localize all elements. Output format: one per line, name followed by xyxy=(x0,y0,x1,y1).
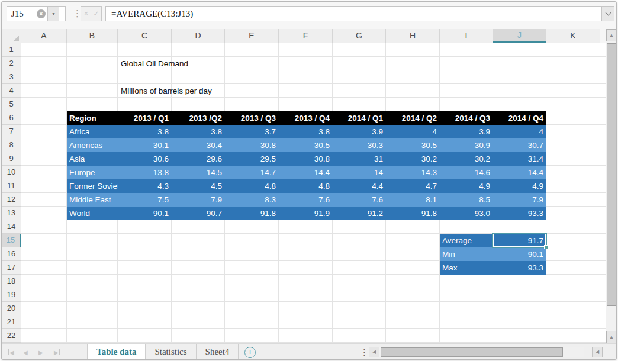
cell-value[interactable]: 3.7 xyxy=(225,125,279,138)
header-cell-2014q2[interactable]: 2014 / Q2 xyxy=(386,111,440,125)
cell-value[interactable]: 4.9 xyxy=(440,179,493,193)
column-header-f[interactable]: F xyxy=(279,29,333,43)
cell-region[interactable]: Asia xyxy=(67,152,118,166)
cell-value[interactable]: 4.8 xyxy=(279,179,333,193)
cell-value[interactable]: 4.7 xyxy=(386,179,440,193)
cell-value[interactable]: 7.6 xyxy=(333,193,386,207)
select-all-corner[interactable] xyxy=(2,29,21,43)
scroll-down-button[interactable]: ▲ xyxy=(606,331,617,343)
row-header-17[interactable]: 17 xyxy=(2,261,21,275)
cell-region[interactable]: World xyxy=(67,207,118,220)
row-header-13[interactable]: 13 xyxy=(2,207,21,220)
cell-c2-title[interactable]: Global Oil Demand xyxy=(121,57,188,70)
tab-sheet4[interactable]: Sheet4 xyxy=(197,344,239,360)
cancel-entry-button[interactable]: × xyxy=(81,7,91,21)
cell-value[interactable]: 91.9 xyxy=(279,207,333,220)
previous-sheet-button[interactable]: ◀ xyxy=(23,344,28,360)
row-header-16[interactable]: 16 xyxy=(2,247,21,261)
row-header-2[interactable]: 2 xyxy=(2,57,21,70)
cell-value[interactable]: 3.8 xyxy=(118,125,172,138)
header-cell-region[interactable]: Region xyxy=(67,111,118,125)
cell-value[interactable]: 30.4 xyxy=(172,138,225,152)
tab-table-data[interactable]: Table data xyxy=(87,344,146,360)
scroll-right-button[interactable]: ◀ xyxy=(592,347,603,357)
cell-value[interactable]: 30.9 xyxy=(440,138,493,152)
cell-value[interactable]: 30.3 xyxy=(333,138,386,152)
cell-value[interactable]: 3.9 xyxy=(440,125,493,138)
column-header-b[interactable]: B xyxy=(67,29,118,43)
cell-value[interactable]: 4.4 xyxy=(333,179,386,193)
cell-c4-subtitle[interactable]: Millions of barrels per day xyxy=(121,84,212,98)
next-sheet-button[interactable]: ▶ xyxy=(38,344,43,360)
cell-value[interactable]: 3.8 xyxy=(172,125,225,138)
cell-value[interactable]: 14.7 xyxy=(225,166,279,179)
horizontal-scrollbar-thumb[interactable] xyxy=(381,347,563,357)
cell-value[interactable]: 31.4 xyxy=(493,152,546,166)
cell-value[interactable]: 14.3 xyxy=(386,166,440,179)
cell-value[interactable]: 7.6 xyxy=(279,193,333,207)
row-header-21[interactable]: 21 xyxy=(2,315,21,329)
summary-label[interactable]: Max xyxy=(440,261,493,275)
cell-value[interactable]: 8.3 xyxy=(225,193,279,207)
header-cell-2013q2[interactable]: 2013 /Q2 xyxy=(172,111,225,125)
cell-value[interactable]: 14.5 xyxy=(172,166,225,179)
cell-value[interactable]: 4 xyxy=(386,125,440,138)
cell-value[interactable]: 14.4 xyxy=(279,166,333,179)
cell-region[interactable]: Middle East xyxy=(67,193,118,207)
name-box-dropdown-button[interactable]: ▼ xyxy=(47,7,59,21)
cell-value[interactable]: 7.9 xyxy=(493,193,546,207)
cell-value[interactable]: 4.9 xyxy=(493,179,546,193)
cell-value[interactable]: 30.8 xyxy=(225,138,279,152)
first-sheet-button[interactable]: ◀ xyxy=(8,344,14,360)
cell-value[interactable]: 30.1 xyxy=(118,138,172,152)
summary-value[interactable]: 90.1 xyxy=(493,247,546,261)
header-cell-2014q1[interactable]: 2014 / Q1 xyxy=(333,111,386,125)
formula-bar[interactable] xyxy=(105,6,614,21)
row-header-1[interactable]: 1 xyxy=(2,43,21,57)
row-header-4[interactable]: 4 xyxy=(2,84,21,98)
summary-value[interactable]: 91.7 xyxy=(493,234,546,247)
cell-value[interactable]: 3.8 xyxy=(279,125,333,138)
cell-value[interactable]: 8.1 xyxy=(386,193,440,207)
column-header-e[interactable]: E xyxy=(225,29,279,43)
summary-label[interactable]: Min xyxy=(440,247,493,261)
cell-value[interactable]: 14.6 xyxy=(440,166,493,179)
cell-value[interactable]: 93.3 xyxy=(493,207,546,220)
header-cell-2013q3[interactable]: 2013 / Q3 xyxy=(225,111,279,125)
vertical-scrollbar[interactable]: ▲ ▲ xyxy=(606,29,617,343)
row-header-8[interactable]: 8 xyxy=(2,138,21,152)
column-header-d[interactable]: D xyxy=(172,29,225,43)
cell-value[interactable]: 4 xyxy=(493,125,546,138)
cell-value[interactable]: 30.5 xyxy=(386,138,440,152)
cell-value[interactable]: 7.9 xyxy=(172,193,225,207)
cell-value[interactable]: 7.5 xyxy=(118,193,172,207)
cell-value[interactable]: 91.2 xyxy=(333,207,386,220)
add-sheet-button[interactable]: + xyxy=(244,347,256,358)
summary-value[interactable]: 93.3 xyxy=(493,261,546,275)
cell-value[interactable]: 30.2 xyxy=(386,152,440,166)
confirm-entry-button[interactable]: ✓ xyxy=(91,7,101,21)
scroll-left-button[interactable]: ◀ xyxy=(369,347,379,357)
formula-bar-expand-button[interactable] xyxy=(601,7,614,21)
cell-region[interactable]: Europe xyxy=(67,166,118,179)
name-box-input[interactable] xyxy=(7,9,37,19)
column-header-j-selected[interactable]: J xyxy=(493,29,546,43)
row-header-18[interactable]: 18 xyxy=(2,275,21,288)
row-header-11[interactable]: 11 xyxy=(2,179,21,193)
name-box[interactable]: × ▼ xyxy=(7,6,66,21)
formula-input[interactable] xyxy=(106,9,601,19)
cell-value[interactable]: 91.8 xyxy=(386,207,440,220)
header-cell-2013q1[interactable]: 2013 / Q1 xyxy=(118,111,172,125)
column-header-i[interactable]: I xyxy=(440,29,493,43)
cell-region[interactable]: Africa xyxy=(67,125,118,138)
cell-value[interactable]: 90.1 xyxy=(118,207,172,220)
tab-bar-menu-icon[interactable]: ⋮ xyxy=(360,344,369,360)
header-cell-2014q4[interactable]: 2014 / Q4 xyxy=(493,111,546,125)
vertical-scrollbar-thumb[interactable] xyxy=(607,43,616,306)
cell-value[interactable]: 4.5 xyxy=(172,179,225,193)
header-cell-2014q3[interactable]: 2014 / Q3 xyxy=(440,111,493,125)
row-header-19[interactable]: 19 xyxy=(2,288,21,302)
row-header-15-selected[interactable]: 15 xyxy=(2,234,21,247)
cell-value[interactable]: 91.8 xyxy=(225,207,279,220)
horizontal-scrollbar[interactable]: ◀ xyxy=(369,347,584,357)
